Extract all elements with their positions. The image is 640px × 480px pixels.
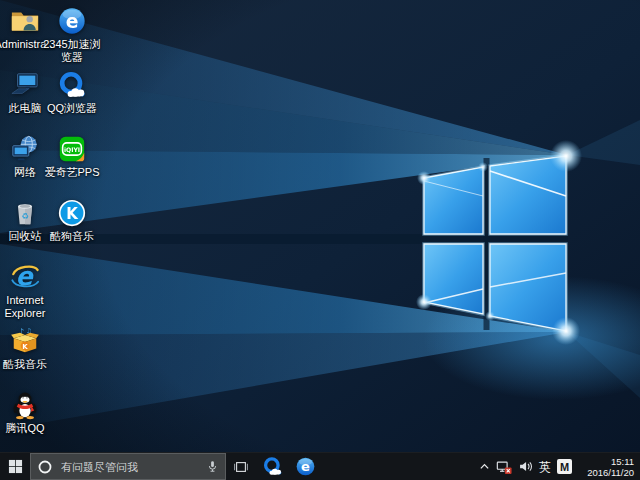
taskbar-app-browser-2345[interactable]: e xyxy=(289,453,322,480)
qq-browser-icon xyxy=(57,70,87,100)
desktop-icon-kugou-music[interactable]: K 酷狗音乐 xyxy=(40,198,104,243)
start-button[interactable] xyxy=(0,453,30,480)
desktop-icon-qq-browser[interactable]: QQ浏览器 xyxy=(40,70,104,115)
taskbar-search-box[interactable] xyxy=(30,453,226,480)
desktop-icon-label: QQ浏览器 xyxy=(47,102,97,115)
clock-time: 15:11 xyxy=(611,456,634,467)
cortana-icon xyxy=(37,459,53,475)
recycle-bin-icon: ♻ xyxy=(10,198,40,228)
network-disconnected-icon xyxy=(496,459,512,475)
browser-2345-icon: e xyxy=(295,456,316,477)
browser-2345-icon: e xyxy=(57,6,87,36)
task-view-icon xyxy=(233,459,249,475)
desktop-icon-label: 此电脑 xyxy=(9,102,42,115)
user-folder-icon xyxy=(10,6,40,36)
desktop-icon-kuwo-music[interactable]: ♪ ♫ K 酷我音乐 xyxy=(0,326,57,371)
windows-10-desktop: Administra... 此电脑 网络 ♻ 回收站 e Internet Ex… xyxy=(0,0,640,480)
show-hidden-icons-button[interactable] xyxy=(479,461,490,472)
network-icon xyxy=(10,134,40,164)
desktop-icon-label: 酷我音乐 xyxy=(3,358,47,371)
this-pc-icon xyxy=(10,70,40,100)
desktop-icon-tencent-qq[interactable]: 腾讯QQ xyxy=(0,390,57,435)
taskbar-clock[interactable]: 15:11 2016/11/20 xyxy=(578,456,638,478)
desktop-icon-area: Administra... 此电脑 网络 ♻ 回收站 e Internet Ex… xyxy=(0,0,640,452)
iqiyi-pps-icon: iQIYI xyxy=(57,134,87,164)
svg-text:e: e xyxy=(301,459,310,474)
search-input[interactable] xyxy=(59,460,200,474)
taskbar-app-qq-browser[interactable] xyxy=(256,453,289,480)
chevron-up-icon xyxy=(479,461,490,472)
desktop-icon-label: 2345加速浏览器 xyxy=(40,38,104,64)
internet-explorer-icon: e xyxy=(10,262,40,292)
volume-button[interactable] xyxy=(518,459,533,474)
task-view-button[interactable] xyxy=(226,453,256,480)
desktop-icon-label: 网络 xyxy=(14,166,36,179)
desktop-icon-label: 腾讯QQ xyxy=(5,422,44,435)
desktop-icon-browser-2345[interactable]: e 2345加速浏览器 xyxy=(40,6,104,64)
windows-logo-icon xyxy=(8,459,23,474)
desktop-icon-label: Internet Explorer xyxy=(0,294,57,320)
svg-text:e: e xyxy=(66,11,79,32)
clock-date: 2016/11/20 xyxy=(587,467,634,478)
desktop-icon-label: 爱奇艺PPS xyxy=(44,166,99,179)
taskbar: e xyxy=(0,452,640,480)
ime-indicator[interactable]: M xyxy=(557,459,572,474)
network-status-button[interactable] xyxy=(496,459,512,475)
svg-text:iQIYI: iQIYI xyxy=(64,146,80,153)
system-tray: 英 M 15:11 2016/11/20 xyxy=(479,453,640,480)
svg-text:K: K xyxy=(22,342,28,351)
qq-browser-icon xyxy=(262,456,283,477)
desktop-icon-label: 回收站 xyxy=(9,230,42,243)
language-indicator[interactable]: 英 xyxy=(539,461,551,473)
svg-text:♻: ♻ xyxy=(21,211,29,221)
desktop-icon-iqiyi-pps[interactable]: iQIYI 爱奇艺PPS xyxy=(40,134,104,179)
microphone-icon[interactable] xyxy=(206,460,219,473)
pinned-apps: e xyxy=(256,453,322,480)
kuwo-music-icon: ♪ ♫ K xyxy=(10,326,40,356)
svg-text:K: K xyxy=(66,205,79,223)
speaker-icon xyxy=(518,459,533,474)
desktop-icon-label: 酷狗音乐 xyxy=(50,230,94,243)
kugou-music-icon: K xyxy=(57,198,87,228)
tencent-qq-icon xyxy=(10,390,40,420)
desktop-icon-internet-explorer[interactable]: e Internet Explorer xyxy=(0,262,57,320)
